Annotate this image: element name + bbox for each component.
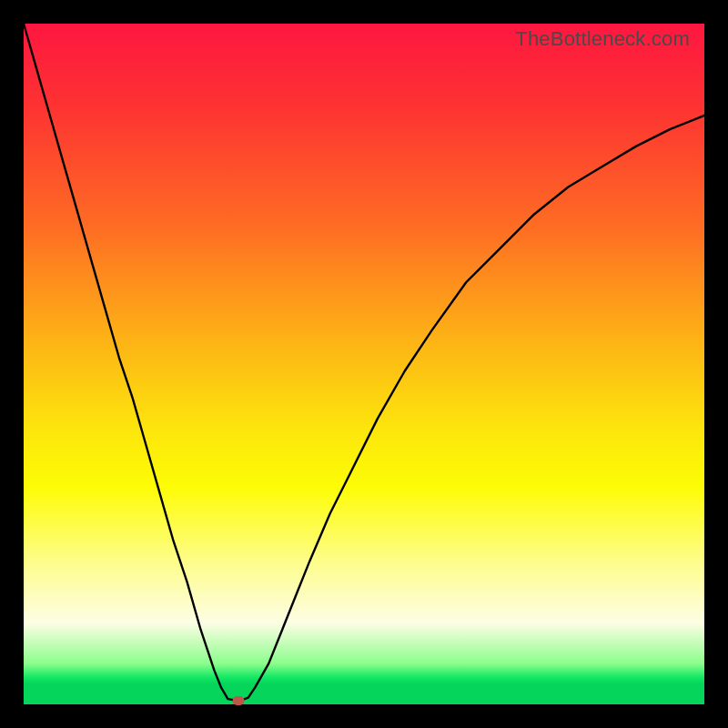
bottleneck-curve [24, 24, 704, 704]
optimal-point-marker [232, 696, 244, 705]
chart-frame: TheBottleneck.com [0, 0, 728, 728]
plot-area: TheBottleneck.com [24, 24, 704, 704]
